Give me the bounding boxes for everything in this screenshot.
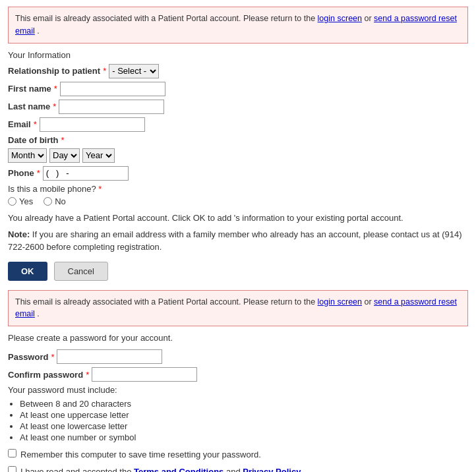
cancel-button[interactable]: Cancel [54,262,108,281]
phone-row: Phone * [8,166,468,181]
phone-input[interactable] [43,166,129,181]
must-include-text: Your password must include: [8,385,468,395]
your-information-section: Your Information Relationship to patient… [8,50,468,206]
last-name-label: Last name [8,102,50,111]
alert-text-1: This email is already associated with a … [15,14,315,23]
existing-account-text: You already have a Patient Portal accoun… [8,213,468,223]
first-name-required: * [54,84,57,94]
yes-radio-label[interactable]: Yes [8,196,33,206]
remember-checkbox-row: Remember this computer to save time rese… [8,449,468,461]
terms-checkbox-row: I have read and accepted the Terms and C… [8,466,468,472]
no-radio[interactable] [44,197,52,206]
alert2-period: . [37,309,39,318]
remember-label: Remember this computer to save time rese… [20,449,261,461]
yes-radio[interactable] [8,197,16,206]
relationship-label: Relationship to patient [8,66,100,76]
dob-label: Date of birth [8,135,59,145]
email-input[interactable] [40,117,145,132]
password-row: Password * [8,349,468,364]
dob-label-row: Date of birth * [8,135,468,145]
terms-and: and [226,467,241,472]
last-name-required: * [53,102,56,111]
terms-link[interactable]: Terms and Conditions [134,467,223,472]
terms-prefix: I have read and accepted the [20,467,131,472]
first-name-row: First name * [8,82,468,96]
mobile-required: * [98,184,102,194]
req-4: At least one number or symbol [20,432,468,442]
ok-button[interactable]: OK [8,262,47,281]
mobile-radio-row: Yes No [8,196,468,206]
phone-label: Phone [8,168,34,178]
req-2: At least one uppercase letter [20,410,468,420]
requirements-list: Between 8 and 20 characters At least one… [8,399,468,442]
password-label: Password [8,352,48,362]
no-radio-label[interactable]: No [44,196,66,206]
confirm-password-row: Confirm password * [8,367,468,382]
email-required: * [34,119,37,129]
password-required: * [51,352,54,362]
alert-or-text: or [364,14,371,23]
remember-checkbox[interactable] [8,449,16,457]
top-alert-box: This email is already associated with a … [8,7,468,44]
relationship-select[interactable]: - Select - Self Spouse Parent Child Guar… [109,64,159,78]
section-title: Your Information [8,50,468,60]
no-label: No [55,196,66,206]
login-screen-link[interactable]: login screen [318,14,362,23]
confirm-password-input[interactable] [92,367,197,382]
alert2-or-text: or [364,297,371,307]
login-screen-link-2[interactable]: login screen [318,297,362,307]
password-input[interactable] [57,349,162,364]
create-password-text: Please create a password for your accoun… [8,333,468,343]
dob-row: Month Jan Feb Mar Apr May Jun Jul Aug Se… [8,148,468,163]
last-name-input[interactable] [59,100,164,114]
terms-label: I have read and accepted the Terms and C… [20,466,301,472]
dob-required: * [61,135,65,145]
req-3: At least one lowercase letter [20,421,468,431]
relationship-required: * [103,66,106,76]
mobile-question-text: Is this a mobile phone? [8,184,96,194]
confirm-password-label: Confirm password [8,370,83,380]
last-name-row: Last name * [8,100,468,114]
note-body: If you are sharing an email address with… [8,229,462,252]
existing-account-section: You already have a Patient Portal accoun… [8,213,468,281]
note-label: Note: [8,229,30,239]
note-text: Note: If you are sharing an email addres… [8,228,468,254]
alert-period: . [37,26,39,36]
month-select[interactable]: Month Jan Feb Mar Apr May Jun Jul Aug Se… [8,148,47,163]
relationship-row: Relationship to patient * - Select - Sel… [8,64,468,78]
email-label: Email [8,119,31,129]
year-select[interactable]: Year [82,148,115,163]
email-row: Email * [8,117,468,132]
day-select[interactable]: Day 123 456 789 101112 131415 161718 192… [49,148,80,163]
bottom-alert-box: This email is already associated with a … [8,290,468,327]
terms-checkbox[interactable] [8,466,16,472]
mobile-question: Is this a mobile phone? * [8,184,468,194]
password-section: Please create a password for your accoun… [8,333,468,472]
yes-label: Yes [19,196,33,206]
alert2-text-1: This email is already associated with a … [15,297,315,307]
first-name-input[interactable] [60,82,165,96]
button-row: OK Cancel [8,262,468,281]
req-1: Between 8 and 20 characters [20,399,468,409]
phone-required: * [37,168,40,178]
first-name-label: First name [8,84,51,94]
privacy-link[interactable]: Privacy Policy [243,467,301,472]
confirm-required: * [86,370,89,380]
